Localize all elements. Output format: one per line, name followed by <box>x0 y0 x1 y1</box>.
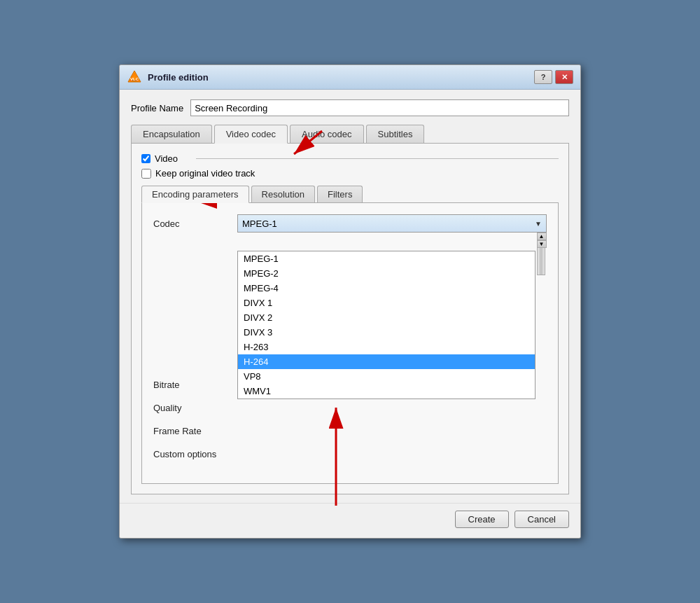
codec-option-h264[interactable]: H-264 <box>238 354 535 369</box>
quality-label: Quality <box>153 403 230 413</box>
codec-selected-value: MPEG-1 <box>242 219 277 229</box>
profile-name-label: Profile Name <box>131 103 183 113</box>
tab-subtitles[interactable]: Subtitles <box>366 125 425 143</box>
cancel-button[interactable]: Cancel <box>514 511 569 528</box>
window-controls: ? ✕ <box>534 70 573 84</box>
tab-audio-codec[interactable]: Audio codec <box>290 125 364 143</box>
codec-option-mpeg1[interactable]: MPEG-1 <box>238 251 535 266</box>
video-label[interactable]: Video <box>155 153 178 164</box>
codec-option-wmv1[interactable]: WMV1 <box>238 384 535 398</box>
codec-dropdown-list: MPEG-1 MPEG-2 MPEG-4 DIVX 1 DIVX 2 DIVX … <box>237 251 536 399</box>
keep-original-row: Keep original video track <box>141 168 559 179</box>
codec-row: Codec MPEG-1 ▼ MPEG-1 MPEG- <box>153 214 547 233</box>
video-checkbox-row: Video <box>141 153 559 164</box>
codec-option-h263[interactable]: H-263 <box>238 340 535 354</box>
dialog-body: Profile Name Encapsulation Video codec A… <box>120 90 580 503</box>
inner-tab-encoding[interactable]: Encoding parameters <box>141 186 249 203</box>
dropdown-arrow-icon: ▼ <box>535 220 542 228</box>
tab-encapsulation[interactable]: Encapsulation <box>131 125 212 143</box>
create-button[interactable]: Create <box>455 511 509 528</box>
codec-option-vp8[interactable]: VP8 <box>238 369 535 384</box>
keep-original-label[interactable]: Keep original video track <box>155 168 255 179</box>
profile-name-row: Profile Name <box>131 99 569 116</box>
inner-tabs-row: Encoding parameters Resolution Filters <box>141 186 559 203</box>
tab-content-video-codec: Video Keep original video track Encoding… <box>131 144 569 494</box>
codec-option-divx1[interactable]: DIVX 1 <box>238 296 535 310</box>
close-button[interactable]: ✕ <box>555 70 573 84</box>
frame-rate-label: Frame Rate <box>153 426 230 436</box>
profile-name-input[interactable] <box>190 99 569 116</box>
dialog-footer: Create Cancel <box>120 503 580 538</box>
main-tabs-row: Encapsulation Video codec Audio codec Su… <box>131 125 569 144</box>
codec-select-box[interactable]: MPEG-1 ▼ <box>237 214 547 233</box>
custom-options-row: Custom options <box>153 449 547 459</box>
svg-text:VLC: VLC <box>130 77 139 81</box>
bitrate-label: Bitrate <box>153 380 230 390</box>
title-bar: VLC Profile edition ? ✕ <box>120 65 580 90</box>
codec-option-divx3[interactable]: DIVX 3 <box>238 325 535 340</box>
dialog-title: Profile edition <box>148 72 534 83</box>
scrollbar-thumb[interactable] <box>537 247 545 275</box>
scrollbar-up-button[interactable]: ▲ <box>537 233 547 240</box>
dialog-wrapper: VLC Profile edition ? ✕ Profile Name Enc… <box>119 64 581 539</box>
codec-option-mpeg2[interactable]: MPEG-2 <box>238 266 535 281</box>
codec-select-container: MPEG-1 ▼ MPEG-1 MPEG-2 MPEG-4 DIVX 1 <box>237 214 547 233</box>
inner-tab-filters[interactable]: Filters <box>317 186 363 202</box>
custom-options-label: Custom options <box>153 449 230 459</box>
video-section-divider <box>196 158 559 159</box>
vlc-icon: VLC <box>127 69 142 85</box>
codec-option-mpeg4[interactable]: MPEG-4 <box>238 281 535 296</box>
codec-label: Codec <box>153 219 230 229</box>
keep-original-checkbox[interactable] <box>141 169 151 179</box>
quality-row: Quality <box>153 403 547 413</box>
inner-tab-resolution[interactable]: Resolution <box>251 186 315 202</box>
profile-edition-dialog: VLC Profile edition ? ✕ Profile Name Enc… <box>119 64 581 539</box>
inner-tab-content-encoding: Codec MPEG-1 ▼ MPEG-1 MPEG- <box>141 203 559 484</box>
video-checkbox[interactable] <box>141 154 150 163</box>
codec-option-divx2[interactable]: DIVX 2 <box>238 310 535 325</box>
help-button[interactable]: ? <box>534 70 552 84</box>
frame-rate-row: Frame Rate <box>153 426 547 436</box>
tab-video-codec[interactable]: Video codec <box>214 125 288 144</box>
